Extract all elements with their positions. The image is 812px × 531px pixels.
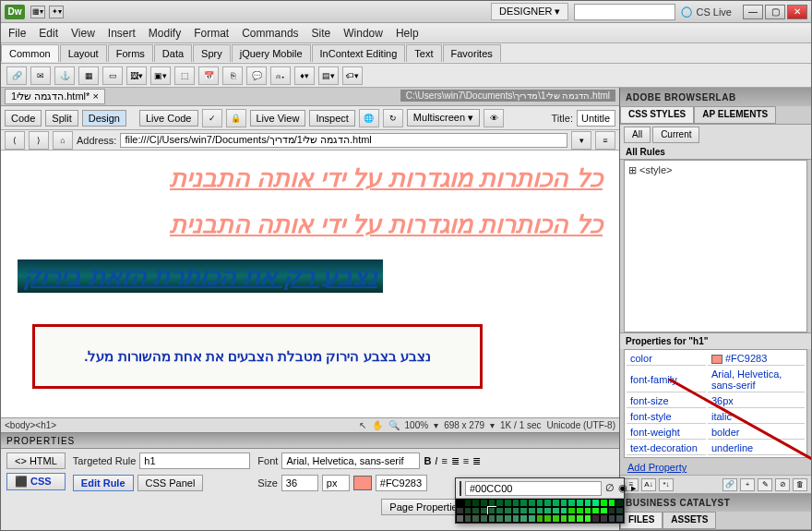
bold-icon[interactable]: B (424, 455, 431, 466)
show-set-icon[interactable]: *↓ (659, 478, 674, 491)
color-cell[interactable] (560, 507, 568, 515)
view-split[interactable]: Split (45, 110, 78, 127)
menu-help[interactable]: Help (396, 27, 419, 40)
layout-icon[interactable]: ▦▾ (30, 6, 45, 18)
table-row[interactable]: font-size36px (627, 394, 805, 408)
color-palette[interactable] (456, 499, 624, 523)
business-catalyst-header[interactable]: BUSINESS CATALYST (620, 493, 811, 512)
menu-window[interactable]: Window (343, 27, 383, 40)
tab-css-styles[interactable]: CSS STYLES (620, 106, 694, 124)
color-cell[interactable] (615, 507, 624, 515)
anchor-icon[interactable]: ⚓ (54, 66, 75, 85)
heading-3-selected[interactable]: נצבע רק את הכותרת הזאת בירוק (18, 259, 383, 293)
extension-icon[interactable]: ✦▾ (49, 6, 64, 18)
menu-commands[interactable]: Commands (242, 27, 298, 40)
color-cell[interactable] (464, 514, 472, 523)
tab-text[interactable]: Text (406, 44, 441, 62)
color-cell[interactable] (567, 507, 576, 515)
color-cell[interactable] (567, 514, 576, 523)
align-left-icon[interactable]: ≡ (441, 455, 447, 466)
address-input[interactable] (120, 133, 567, 148)
color-cell[interactable] (600, 514, 608, 523)
attach-css-icon[interactable]: 🔗 (722, 478, 737, 491)
heading-2[interactable]: כל הכותרות מוגדרות על ידי אותה התבנית (18, 210, 603, 239)
tab-common[interactable]: Common (1, 44, 59, 62)
font-color-swatch[interactable] (353, 476, 372, 490)
color-cell[interactable] (552, 514, 560, 523)
media-icon[interactable]: ▣▾ (150, 66, 171, 85)
color-cell[interactable] (543, 499, 552, 507)
zoom-tool-icon[interactable]: 🔍 (388, 420, 400, 430)
color-hex-input[interactable] (465, 481, 602, 496)
zoom-value[interactable]: 100% (405, 420, 429, 430)
color-cell[interactable] (456, 514, 464, 523)
preview-icon[interactable]: 👁 (484, 109, 504, 127)
color-menu-icon[interactable]: ▸ (631, 482, 637, 494)
view-code[interactable]: Code (5, 110, 42, 127)
edit-icon[interactable]: ✎ (758, 478, 772, 491)
widget-icon[interactable]: ⬚ (174, 66, 195, 85)
color-cell[interactable] (504, 514, 512, 523)
color-cell[interactable] (496, 499, 504, 507)
browserlab-panel-header[interactable]: ADOBE BROWSERLAB (620, 88, 811, 106)
table-row[interactable]: text-decorationunderline (627, 441, 805, 455)
lock-icon[interactable]: 🔒 (226, 109, 246, 127)
delete-icon[interactable]: 🗑 (793, 478, 807, 491)
italic-icon[interactable]: I (435, 455, 437, 466)
refresh-icon[interactable]: ↻ (383, 109, 403, 127)
search-input[interactable] (574, 4, 675, 20)
table-row[interactable]: font-styleitalic (627, 410, 805, 424)
color-cell[interactable] (456, 499, 464, 507)
color-cell[interactable] (528, 499, 536, 507)
tab-data[interactable]: Data (154, 44, 192, 62)
rules-list[interactable]: ⊞ <style> (624, 160, 807, 332)
tab-favorites[interactable]: Favorites (443, 44, 501, 62)
css-current-button[interactable]: Current (652, 127, 699, 143)
css-panel-button[interactable]: CSS Panel (137, 475, 204, 491)
color-cell[interactable] (543, 514, 552, 523)
color-cell[interactable] (519, 499, 528, 507)
css-mode-button[interactable]: ⬛ CSS (6, 473, 66, 490)
font-select[interactable] (281, 453, 420, 469)
expand-icon[interactable]: ⊞ (628, 164, 637, 175)
menu-view[interactable]: View (71, 27, 95, 40)
color-cell[interactable] (576, 507, 584, 515)
color-cell[interactable] (512, 507, 520, 515)
color-cell[interactable] (536, 514, 544, 523)
add-property-link[interactable]: Add Property (620, 460, 811, 475)
color-cell[interactable] (488, 499, 496, 507)
color-cell[interactable] (536, 507, 544, 515)
color-cell[interactable] (496, 514, 504, 523)
color-cell[interactable] (576, 514, 584, 523)
color-cell[interactable] (552, 499, 560, 507)
live-code-button[interactable]: Live Code (139, 110, 198, 127)
forward-icon[interactable]: ⟩ (29, 131, 49, 150)
targeted-rule-select[interactable] (139, 453, 250, 469)
tab-assets[interactable]: ASSETS (663, 512, 716, 529)
head-icon[interactable]: ⍝▾ (270, 66, 291, 85)
tab-files[interactable]: FILES (620, 512, 663, 529)
align-center-icon[interactable]: ≣ (451, 455, 460, 467)
table-row[interactable]: font-weightbolder (627, 426, 805, 440)
color-cell[interactable] (576, 499, 584, 507)
hand-tool-icon[interactable]: ✋ (372, 420, 383, 430)
dimensions[interactable]: 698 x 279 (444, 420, 484, 430)
edit-rule-button[interactable]: Edit Rule (73, 475, 134, 491)
css-all-button[interactable]: All (624, 127, 651, 143)
color-cell[interactable] (512, 514, 520, 523)
tab-forms[interactable]: Forms (108, 44, 153, 62)
html-mode-button[interactable]: <> HTML (6, 453, 66, 469)
template-icon[interactable]: ▤▾ (318, 66, 339, 85)
tab-incontext[interactable]: InContext Editing (312, 44, 406, 62)
color-cell[interactable] (608, 507, 616, 515)
font-color-hex[interactable] (376, 475, 427, 491)
tab-layout[interactable]: Layout (60, 44, 107, 62)
color-cell[interactable] (504, 507, 512, 515)
tab-jquery-mobile[interactable]: jQuery Mobile (232, 44, 311, 62)
color-cell[interactable] (600, 507, 608, 515)
design-canvas[interactable]: כל הכותרות מוגדרות על ידי אותה התבנית כל… (1, 151, 619, 417)
disable-icon[interactable]: ⊘ (775, 478, 790, 491)
tag-selector[interactable]: <body><h1> (5, 420, 56, 430)
color-cell[interactable] (472, 499, 480, 507)
color-cell[interactable] (512, 499, 520, 507)
